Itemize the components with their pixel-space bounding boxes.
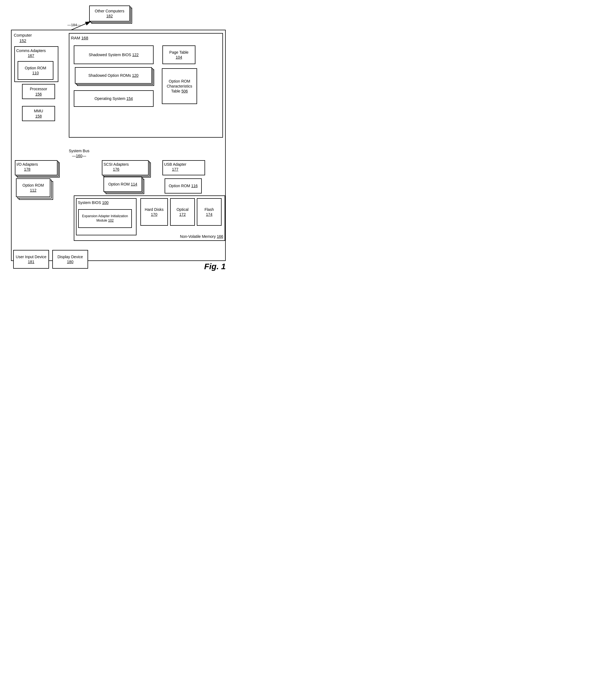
option-rom-112-id: 112 <box>30 188 36 192</box>
mmu-id: 158 <box>35 114 41 119</box>
scsi-label: SCSI Adapters <box>103 162 129 167</box>
flash-box: Flash 174 <box>197 198 222 226</box>
page-table-id: 104 <box>176 55 182 60</box>
shadowed-roms-box: Shadowed Option ROMs 120 <box>75 67 152 84</box>
system-bios-label: System BIOS <box>78 200 101 205</box>
mmu-box: MMU 158 <box>22 106 55 121</box>
optical-id: 172 <box>179 212 186 216</box>
io-adapters-box: I/O Adapters 178 <box>15 160 58 175</box>
system-bios-id: 100 <box>102 200 108 205</box>
option-rom-110-label: Option ROM <box>25 66 46 70</box>
os-id: 154 <box>126 96 133 101</box>
processor-id: 156 <box>35 92 41 96</box>
comms-id: 167 <box>28 54 34 58</box>
user-input-id: 181 <box>28 260 34 264</box>
hard-disks-label: Hard Disks <box>145 207 164 212</box>
computer-id: 152 <box>19 38 26 43</box>
system-bus-label: System Bus —160— <box>69 148 90 158</box>
page-table-label: Page Table <box>169 50 189 55</box>
operating-system-box: Operating System 154 <box>74 90 154 107</box>
mmu-label: MMU <box>34 109 43 113</box>
other-computers-label: Other Computers <box>95 9 124 13</box>
usb-id: 177 <box>172 167 178 171</box>
usb-adapter-box: USB Adapter 177 <box>162 160 205 175</box>
hard-disks-box: Hard Disks 170 <box>140 198 168 226</box>
figure-label: Fig. 1 <box>204 262 226 271</box>
flash-id: 174 <box>206 212 212 216</box>
diagram: —184— <box>5 5 231 272</box>
optical-box: Optical 172 <box>170 198 195 226</box>
usb-label: USB Adapter <box>164 162 186 167</box>
expansion-module-box: Expansion Adapter Initialization Module … <box>78 209 132 228</box>
scsi-adapters-box: SCSI Adapters 176 <box>102 160 148 175</box>
scsi-id: 176 <box>113 167 119 171</box>
non-volatile-label: Non-Volatile Memory <box>180 234 216 239</box>
other-computers-box: Other Computers 182 <box>89 5 130 22</box>
other-computers-id: 182 <box>106 14 112 18</box>
ram-id: 168 <box>81 35 88 40</box>
processor-label: Processor <box>30 87 47 91</box>
option-rom-112-label: Option ROM <box>23 183 44 188</box>
user-input-box: User Input Device 181 <box>13 250 49 269</box>
option-rom-chars-id: 506 <box>182 89 188 93</box>
non-volatile-id: 166 <box>217 234 223 239</box>
display-box: Display Device 180 <box>52 250 88 269</box>
user-input-label: User Input Device <box>16 255 46 259</box>
svg-text:—184—: —184— <box>67 23 81 27</box>
ram-label: RAM <box>71 35 80 40</box>
option-rom-116-label: Option ROM <box>169 184 190 188</box>
option-rom-110-box: Option ROM 110 <box>18 61 54 80</box>
page-table-box: Page Table 104 <box>162 45 195 64</box>
flash-label: Flash <box>204 207 214 212</box>
io-label: I/O Adapters <box>16 162 38 167</box>
option-rom-chars-box: Option ROM Characteristics Table 506 <box>162 68 197 104</box>
option-rom-114-id: 114 <box>131 182 137 186</box>
display-id: 180 <box>67 260 73 264</box>
optical-label: Optical <box>176 207 189 212</box>
option-rom-chars-label: Option ROM Characteristics Table <box>167 79 192 93</box>
shadowed-roms-label: Shadowed Option ROMs <box>88 73 131 78</box>
comms-label: Comms Adapters <box>16 48 46 53</box>
hard-disks-id: 170 <box>151 212 157 216</box>
expansion-label: Expansion Adapter Initialization Module <box>82 214 128 223</box>
shadowed-roms-id: 120 <box>132 73 138 78</box>
shadowed-bios-label: Shadowed System BIOS <box>89 53 131 57</box>
option-rom-114-label: Option ROM <box>108 182 130 186</box>
io-id: 178 <box>24 167 30 171</box>
option-rom-110-id: 110 <box>32 71 38 75</box>
shadowed-bios-box: Shadowed System BIOS 122 <box>74 45 154 64</box>
shadowed-bios-id: 122 <box>132 53 138 57</box>
option-rom-114-box: Option ROM 114 <box>103 177 142 192</box>
display-label: Display Device <box>58 255 83 259</box>
computer-label: Computer <box>14 33 32 37</box>
option-rom-116-id: 116 <box>191 184 198 188</box>
os-label: Operating System <box>94 96 125 101</box>
expansion-id: 102 <box>108 219 114 223</box>
processor-box: Processor 156 <box>22 84 55 99</box>
option-rom-116-box: Option ROM 116 <box>165 178 202 194</box>
option-rom-112-box: Option ROM 112 <box>16 178 51 197</box>
